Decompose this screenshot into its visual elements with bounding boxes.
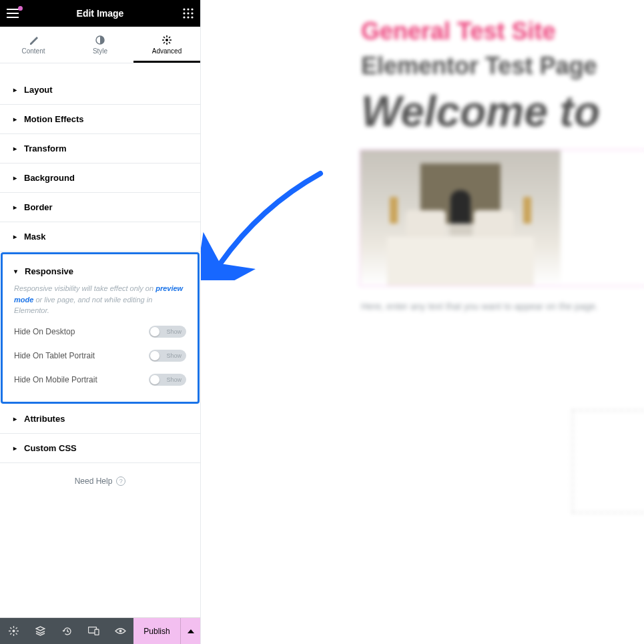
tab-style[interactable]: Style <box>67 27 133 63</box>
sidebar-footer: Publish <box>0 617 200 644</box>
svg-point-14 <box>119 630 121 633</box>
tab-label: Content <box>21 47 45 55</box>
tab-label: Advanced <box>152 47 182 55</box>
section-label: Mask <box>24 232 46 242</box>
section-border[interactable]: Border <box>0 193 200 222</box>
tab-content[interactable]: Content <box>0 27 67 63</box>
hide-on-desktop-toggle[interactable]: Show <box>149 326 186 338</box>
hide-on-mobile-label: Hide On Mobile Portrait <box>14 375 97 384</box>
section-responsive-highlight: Responsive Responsive visibility will ta… <box>1 252 200 404</box>
section-mask[interactable]: Mask <box>0 222 200 251</box>
paragraph-text: Here, enter any text that you want to ap… <box>361 301 644 312</box>
welcome-heading: Welcome to <box>361 87 644 136</box>
section-background[interactable]: Background <box>0 164 200 192</box>
section-motion-effects[interactable]: Motion Effects <box>0 105 200 133</box>
svg-point-11 <box>12 630 15 633</box>
section-custom-css[interactable]: Custom CSS <box>0 434 200 462</box>
section-label: Border <box>24 202 53 212</box>
site-title: General Test Site <box>361 17 644 45</box>
section-transform[interactable]: Transform <box>0 134 200 163</box>
empty-widget-placeholder[interactable] <box>572 410 644 513</box>
preview-changes-button[interactable] <box>107 618 133 645</box>
editor-sidebar: Edit Image Content Style Advanced Layout… <box>0 0 201 644</box>
hide-on-desktop-label: Hide On Desktop <box>14 327 75 336</box>
svg-point-4 <box>187 12 189 14</box>
svg-point-1 <box>187 8 189 10</box>
notification-dot-icon <box>18 6 23 11</box>
section-label: Layout <box>24 85 53 95</box>
svg-point-0 <box>183 8 185 10</box>
menu-button[interactable] <box>7 9 19 18</box>
image-widget[interactable] <box>360 149 644 286</box>
section-label: Attributes <box>24 414 65 424</box>
history-button[interactable] <box>53 618 80 645</box>
page-settings-button[interactable] <box>0 618 27 645</box>
help-icon: ? <box>116 476 125 486</box>
svg-point-8 <box>191 16 193 18</box>
navigator-button[interactable] <box>27 618 53 645</box>
need-help-link[interactable]: Need Help ? <box>0 463 200 486</box>
hide-on-mobile-toggle[interactable]: Show <box>149 374 186 386</box>
section-responsive[interactable]: Responsive <box>14 261 186 283</box>
section-label: Responsive <box>25 266 73 276</box>
responsive-note: Responsive visibility will take effect o… <box>14 283 186 316</box>
panel-title: Edit Image <box>0 8 200 19</box>
publish-options-button[interactable] <box>180 618 200 644</box>
section-label: Custom CSS <box>24 443 77 453</box>
svg-rect-13 <box>95 629 99 635</box>
widgets-grid-button[interactable] <box>183 8 194 19</box>
section-label: Background <box>24 173 75 183</box>
page-title: Elementor Test Page <box>361 52 644 80</box>
section-label: Motion Effects <box>24 114 84 124</box>
svg-point-10 <box>166 39 168 41</box>
section-layout[interactable]: Layout <box>0 75 200 104</box>
tab-label: Style <box>93 47 107 55</box>
section-label: Transform <box>24 143 67 153</box>
section-attributes[interactable]: Attributes <box>0 404 200 433</box>
need-help-label: Need Help <box>75 476 113 486</box>
publish-button[interactable]: Publish <box>133 618 180 644</box>
hide-on-tablet-toggle[interactable]: Show <box>149 350 186 362</box>
sidebar-topbar: Edit Image <box>0 0 200 27</box>
tab-advanced[interactable]: Advanced <box>133 27 200 63</box>
svg-point-7 <box>187 16 189 18</box>
panel-tabs: Content Style Advanced <box>0 27 200 63</box>
panel-body: Layout Motion Effects Transform Backgrou… <box>0 63 200 617</box>
svg-point-5 <box>191 12 193 14</box>
svg-point-6 <box>183 16 185 18</box>
svg-point-2 <box>191 8 193 10</box>
page-preview: General Test Site Elementor Test Page We… <box>201 0 644 644</box>
hide-on-tablet-label: Hide On Tablet Portrait <box>14 351 95 360</box>
responsive-mode-button[interactable] <box>80 618 107 645</box>
svg-point-3 <box>183 12 185 14</box>
